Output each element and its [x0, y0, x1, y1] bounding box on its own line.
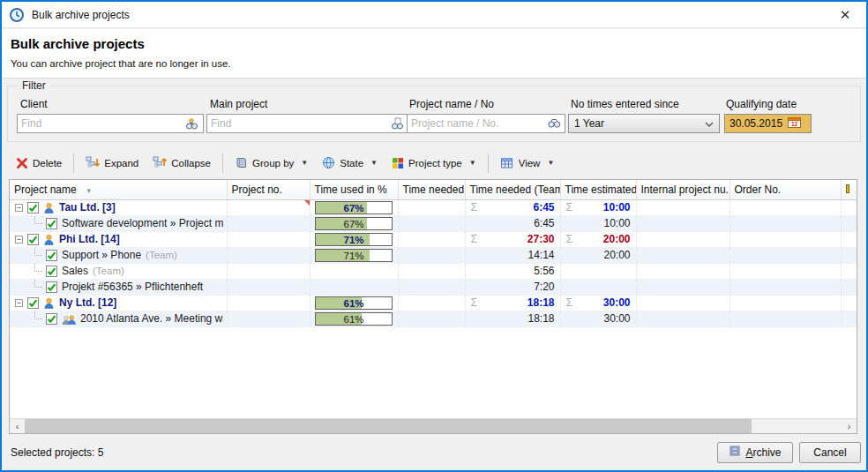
project-row[interactable]: 2010 Atlanta Ave. » Meeting wi...61%18:1…	[10, 311, 857, 326]
table-cell	[398, 295, 465, 311]
main-project-search-input[interactable]: Find	[206, 114, 409, 133]
table-cell: Σ18:18	[465, 295, 560, 311]
sum-sigma-icon: Σ	[566, 201, 572, 214]
row-checkbox[interactable]	[46, 313, 57, 325]
close-button[interactable]: ✕	[831, 3, 859, 27]
collapse-button[interactable]: Collapse	[146, 152, 218, 174]
table-cell	[560, 263, 636, 279]
cancel-button-label: Cancel	[813, 446, 846, 459]
cancel-button[interactable]: Cancel	[799, 442, 861, 463]
column-header[interactable]: Time used in %	[310, 180, 398, 199]
project-row[interactable]: Projekt #56365 » Pflichtenheft7:20	[10, 279, 857, 295]
project-row[interactable]: −Phi Ltd. [14]71%Σ27:30Σ20:00	[10, 231, 857, 247]
project-name-search-input[interactable]: Project name / No.	[407, 114, 565, 133]
state-button[interactable]: State ▼	[315, 152, 385, 174]
table-cell	[841, 199, 857, 215]
scroll-left-arrow-icon[interactable]: ‹	[10, 419, 25, 433]
client-icon	[43, 234, 55, 245]
projects-table: Project name▼Project no.Time used in %Ti…	[10, 180, 857, 327]
row-checkbox[interactable]	[27, 234, 39, 245]
table-cell	[227, 199, 310, 215]
sort-desc-icon: ▼	[86, 187, 93, 195]
row-checkbox[interactable]	[46, 281, 57, 293]
toolbar: Delete Expand	[2, 148, 866, 177]
scrollbar-thumb[interactable]	[25, 419, 752, 434]
tree-connector	[34, 280, 42, 288]
project-row[interactable]: Support » Phone(Team)71%14:1420:00	[10, 247, 857, 263]
table-cell: −Tau Ltd. [3]	[10, 199, 227, 215]
row-checkbox[interactable]	[46, 218, 57, 229]
no-times-select[interactable]: 1 Year	[568, 114, 720, 133]
time-team-value: 18:18	[528, 296, 555, 309]
main-project-search-icon[interactable]	[389, 117, 405, 130]
client-search-input[interactable]: Find	[17, 114, 204, 133]
scrollbar-track[interactable]	[25, 419, 842, 434]
dropdown-arrow-icon[interactable]: ▼	[469, 159, 476, 167]
project-type-button[interactable]: Project type ▼	[385, 153, 483, 174]
project-name-search-icon[interactable]	[547, 117, 561, 130]
row-checkbox[interactable]	[27, 202, 39, 214]
column-header[interactable]: Time needed (Team)	[465, 180, 560, 199]
project-row[interactable]: −Tau Ltd. [3]67%Σ6:45Σ10:00	[10, 199, 857, 215]
progress-label: 61%	[316, 313, 392, 326]
table-cell	[841, 231, 857, 247]
column-header[interactable]: Time estimated	[560, 180, 636, 199]
horizontal-scrollbar[interactable]: ‹ ›	[10, 418, 857, 433]
sum-sigma-icon: Σ	[566, 233, 572, 245]
table-cell	[227, 311, 310, 326]
table-cell	[398, 199, 465, 215]
scroll-right-arrow-icon[interactable]: ›	[842, 419, 857, 433]
tree-expander[interactable]: −	[15, 299, 23, 307]
svg-text:12: 12	[791, 121, 798, 127]
dropdown-arrow-icon[interactable]: ▼	[370, 159, 378, 167]
table-cell: 6:45	[465, 215, 560, 231]
tree-expander[interactable]: −	[15, 204, 23, 212]
table-cell	[227, 295, 310, 311]
toolbar-separator	[73, 154, 74, 173]
project-row[interactable]: Sales(Team)5:56	[10, 263, 857, 279]
client-placeholder: Find	[21, 117, 180, 130]
row-checkbox[interactable]	[46, 250, 57, 261]
group-by-button[interactable]: Group by ▼	[228, 152, 315, 174]
view-button[interactable]: View ▼	[493, 153, 562, 174]
client-search-icon[interactable]	[183, 117, 199, 130]
column-header[interactable]: Project no.	[227, 180, 310, 199]
calendar-icon[interactable]: 12	[788, 116, 801, 131]
tree-expander[interactable]: −	[15, 236, 23, 243]
table-cell	[730, 247, 841, 263]
table-cell: 61%	[310, 311, 398, 326]
archive-button[interactable]: Archive	[717, 442, 793, 463]
project-type-icon	[392, 157, 404, 169]
time-team-value: 5:56	[534, 265, 554, 277]
row-checkbox[interactable]	[46, 266, 57, 277]
column-header[interactable]: Internal project nu...	[636, 180, 730, 199]
project-row[interactable]: Software development » Project m...67%6:…	[10, 215, 857, 231]
time-team-value: 7:20	[534, 281, 554, 293]
dropdown-arrow-icon[interactable]: ▼	[301, 159, 308, 167]
column-header[interactable]: Order No.	[730, 180, 841, 199]
project-name-label: Phi Ltd. [14]	[59, 233, 120, 245]
project-row[interactable]: −Ny Ltd. [12]61%Σ18:18Σ30:00	[10, 295, 857, 311]
progress-label: 71%	[316, 250, 392, 262]
tree-connector	[34, 264, 42, 272]
column-header[interactable]: Time needed	[398, 180, 465, 199]
table-cell	[841, 263, 857, 279]
client-icon	[43, 297, 55, 309]
row-checkbox[interactable]	[27, 297, 39, 309]
column-header[interactable]: Project name▼	[10, 180, 227, 199]
group-by-icon	[235, 156, 248, 169]
dropdown-arrow-icon[interactable]: ▼	[547, 159, 554, 167]
time-team-value: 6:45	[534, 217, 554, 229]
table-cell	[841, 279, 857, 295]
table-cell	[636, 279, 730, 295]
qualifying-date-input[interactable]: 30.05.2015 12	[724, 114, 812, 133]
partial-column-header	[841, 180, 857, 199]
table-cell: 67%	[310, 215, 398, 231]
table-cell: 2010 Atlanta Ave. » Meeting wi...	[10, 311, 227, 326]
table-cell	[636, 295, 730, 311]
delete-button[interactable]: Delete	[9, 153, 69, 174]
expand-button[interactable]: Expand	[79, 152, 146, 174]
filter-groupbox: Filter Client Find Main project Find	[7, 86, 861, 142]
table-cell: −Ny Ltd. [12]	[10, 295, 227, 311]
dialog-header: Bulk archive projects You can archive pr…	[2, 29, 866, 79]
